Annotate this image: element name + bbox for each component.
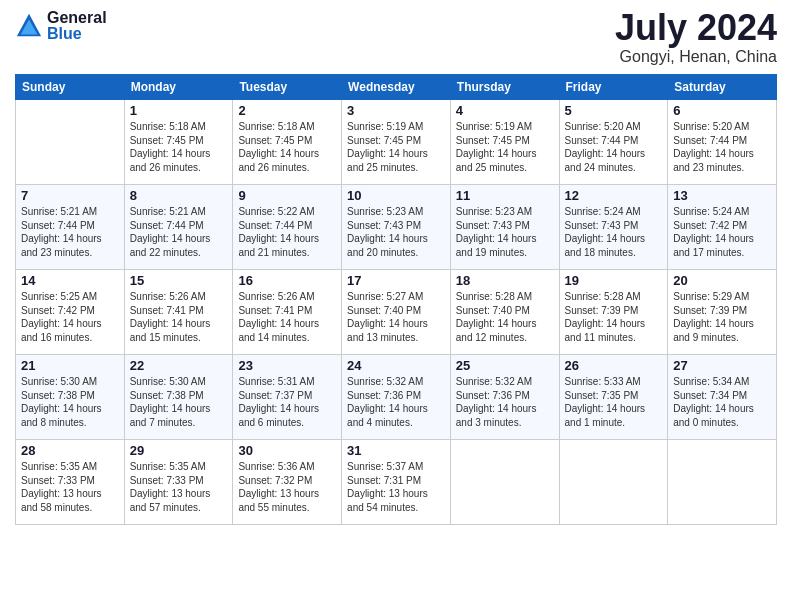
date-number: 22	[130, 358, 228, 373]
calendar-cell: 12Sunrise: 5:24 AM Sunset: 7:43 PM Dayli…	[559, 185, 668, 270]
date-number: 28	[21, 443, 119, 458]
date-number: 15	[130, 273, 228, 288]
calendar-cell: 5Sunrise: 5:20 AM Sunset: 7:44 PM Daylig…	[559, 100, 668, 185]
calendar-cell: 6Sunrise: 5:20 AM Sunset: 7:44 PM Daylig…	[668, 100, 777, 185]
cell-info: Sunrise: 5:18 AM Sunset: 7:45 PM Dayligh…	[130, 120, 228, 174]
day-header-row: Sunday Monday Tuesday Wednesday Thursday…	[16, 75, 777, 100]
week-row-5: 28Sunrise: 5:35 AM Sunset: 7:33 PM Dayli…	[16, 440, 777, 525]
week-row-4: 21Sunrise: 5:30 AM Sunset: 7:38 PM Dayli…	[16, 355, 777, 440]
header-monday: Monday	[124, 75, 233, 100]
header-sunday: Sunday	[16, 75, 125, 100]
calendar-cell: 13Sunrise: 5:24 AM Sunset: 7:42 PM Dayli…	[668, 185, 777, 270]
date-number: 1	[130, 103, 228, 118]
cell-info: Sunrise: 5:28 AM Sunset: 7:39 PM Dayligh…	[565, 290, 663, 344]
logo-text: General Blue	[47, 10, 107, 42]
calendar-cell: 8Sunrise: 5:21 AM Sunset: 7:44 PM Daylig…	[124, 185, 233, 270]
logo-blue-text: Blue	[47, 26, 107, 42]
date-number: 5	[565, 103, 663, 118]
cell-info: Sunrise: 5:26 AM Sunset: 7:41 PM Dayligh…	[238, 290, 336, 344]
calendar-cell: 3Sunrise: 5:19 AM Sunset: 7:45 PM Daylig…	[342, 100, 451, 185]
date-number: 21	[21, 358, 119, 373]
calendar-cell: 15Sunrise: 5:26 AM Sunset: 7:41 PM Dayli…	[124, 270, 233, 355]
week-row-2: 7Sunrise: 5:21 AM Sunset: 7:44 PM Daylig…	[16, 185, 777, 270]
date-number: 8	[130, 188, 228, 203]
cell-info: Sunrise: 5:29 AM Sunset: 7:39 PM Dayligh…	[673, 290, 771, 344]
location: Gongyi, Henan, China	[615, 48, 777, 66]
cell-info: Sunrise: 5:32 AM Sunset: 7:36 PM Dayligh…	[456, 375, 554, 429]
calendar-cell: 10Sunrise: 5:23 AM Sunset: 7:43 PM Dayli…	[342, 185, 451, 270]
logo: General Blue	[15, 10, 107, 42]
header-friday: Friday	[559, 75, 668, 100]
week-row-3: 14Sunrise: 5:25 AM Sunset: 7:42 PM Dayli…	[16, 270, 777, 355]
calendar-cell: 2Sunrise: 5:18 AM Sunset: 7:45 PM Daylig…	[233, 100, 342, 185]
title-section: July 2024 Gongyi, Henan, China	[615, 10, 777, 66]
calendar-cell: 4Sunrise: 5:19 AM Sunset: 7:45 PM Daylig…	[450, 100, 559, 185]
cell-info: Sunrise: 5:36 AM Sunset: 7:32 PM Dayligh…	[238, 460, 336, 514]
date-number: 3	[347, 103, 445, 118]
date-number: 13	[673, 188, 771, 203]
date-number: 7	[21, 188, 119, 203]
cell-info: Sunrise: 5:22 AM Sunset: 7:44 PM Dayligh…	[238, 205, 336, 259]
calendar-cell	[16, 100, 125, 185]
month-title: July 2024	[615, 10, 777, 46]
calendar-cell: 20Sunrise: 5:29 AM Sunset: 7:39 PM Dayli…	[668, 270, 777, 355]
cell-info: Sunrise: 5:23 AM Sunset: 7:43 PM Dayligh…	[456, 205, 554, 259]
date-number: 6	[673, 103, 771, 118]
cell-info: Sunrise: 5:34 AM Sunset: 7:34 PM Dayligh…	[673, 375, 771, 429]
calendar-cell: 19Sunrise: 5:28 AM Sunset: 7:39 PM Dayli…	[559, 270, 668, 355]
date-number: 14	[21, 273, 119, 288]
cell-info: Sunrise: 5:30 AM Sunset: 7:38 PM Dayligh…	[130, 375, 228, 429]
date-number: 10	[347, 188, 445, 203]
cell-info: Sunrise: 5:31 AM Sunset: 7:37 PM Dayligh…	[238, 375, 336, 429]
cell-info: Sunrise: 5:26 AM Sunset: 7:41 PM Dayligh…	[130, 290, 228, 344]
calendar-cell: 11Sunrise: 5:23 AM Sunset: 7:43 PM Dayli…	[450, 185, 559, 270]
cell-info: Sunrise: 5:35 AM Sunset: 7:33 PM Dayligh…	[21, 460, 119, 514]
date-number: 30	[238, 443, 336, 458]
calendar-cell: 31Sunrise: 5:37 AM Sunset: 7:31 PM Dayli…	[342, 440, 451, 525]
header-saturday: Saturday	[668, 75, 777, 100]
date-number: 23	[238, 358, 336, 373]
week-row-1: 1Sunrise: 5:18 AM Sunset: 7:45 PM Daylig…	[16, 100, 777, 185]
cell-info: Sunrise: 5:21 AM Sunset: 7:44 PM Dayligh…	[130, 205, 228, 259]
cell-info: Sunrise: 5:20 AM Sunset: 7:44 PM Dayligh…	[565, 120, 663, 174]
calendar-table: Sunday Monday Tuesday Wednesday Thursday…	[15, 74, 777, 525]
date-number: 26	[565, 358, 663, 373]
calendar-cell: 14Sunrise: 5:25 AM Sunset: 7:42 PM Dayli…	[16, 270, 125, 355]
date-number: 12	[565, 188, 663, 203]
cell-info: Sunrise: 5:33 AM Sunset: 7:35 PM Dayligh…	[565, 375, 663, 429]
calendar-cell: 29Sunrise: 5:35 AM Sunset: 7:33 PM Dayli…	[124, 440, 233, 525]
date-number: 11	[456, 188, 554, 203]
cell-info: Sunrise: 5:35 AM Sunset: 7:33 PM Dayligh…	[130, 460, 228, 514]
calendar-cell: 1Sunrise: 5:18 AM Sunset: 7:45 PM Daylig…	[124, 100, 233, 185]
date-number: 16	[238, 273, 336, 288]
date-number: 20	[673, 273, 771, 288]
cell-info: Sunrise: 5:19 AM Sunset: 7:45 PM Dayligh…	[347, 120, 445, 174]
calendar-cell	[668, 440, 777, 525]
header: General Blue July 2024 Gongyi, Henan, Ch…	[15, 10, 777, 66]
main-container: General Blue July 2024 Gongyi, Henan, Ch…	[0, 0, 792, 535]
cell-info: Sunrise: 5:24 AM Sunset: 7:42 PM Dayligh…	[673, 205, 771, 259]
cell-info: Sunrise: 5:18 AM Sunset: 7:45 PM Dayligh…	[238, 120, 336, 174]
cell-info: Sunrise: 5:19 AM Sunset: 7:45 PM Dayligh…	[456, 120, 554, 174]
calendar-cell: 7Sunrise: 5:21 AM Sunset: 7:44 PM Daylig…	[16, 185, 125, 270]
logo-icon	[15, 12, 43, 40]
calendar-cell: 21Sunrise: 5:30 AM Sunset: 7:38 PM Dayli…	[16, 355, 125, 440]
cell-info: Sunrise: 5:28 AM Sunset: 7:40 PM Dayligh…	[456, 290, 554, 344]
calendar-cell: 9Sunrise: 5:22 AM Sunset: 7:44 PM Daylig…	[233, 185, 342, 270]
logo-general-text: General	[47, 10, 107, 26]
calendar-cell: 24Sunrise: 5:32 AM Sunset: 7:36 PM Dayli…	[342, 355, 451, 440]
header-tuesday: Tuesday	[233, 75, 342, 100]
date-number: 19	[565, 273, 663, 288]
calendar-cell: 28Sunrise: 5:35 AM Sunset: 7:33 PM Dayli…	[16, 440, 125, 525]
date-number: 24	[347, 358, 445, 373]
date-number: 29	[130, 443, 228, 458]
cell-info: Sunrise: 5:30 AM Sunset: 7:38 PM Dayligh…	[21, 375, 119, 429]
date-number: 2	[238, 103, 336, 118]
cell-info: Sunrise: 5:23 AM Sunset: 7:43 PM Dayligh…	[347, 205, 445, 259]
calendar-cell: 23Sunrise: 5:31 AM Sunset: 7:37 PM Dayli…	[233, 355, 342, 440]
calendar-cell: 17Sunrise: 5:27 AM Sunset: 7:40 PM Dayli…	[342, 270, 451, 355]
date-number: 9	[238, 188, 336, 203]
date-number: 18	[456, 273, 554, 288]
calendar-cell: 25Sunrise: 5:32 AM Sunset: 7:36 PM Dayli…	[450, 355, 559, 440]
cell-info: Sunrise: 5:21 AM Sunset: 7:44 PM Dayligh…	[21, 205, 119, 259]
